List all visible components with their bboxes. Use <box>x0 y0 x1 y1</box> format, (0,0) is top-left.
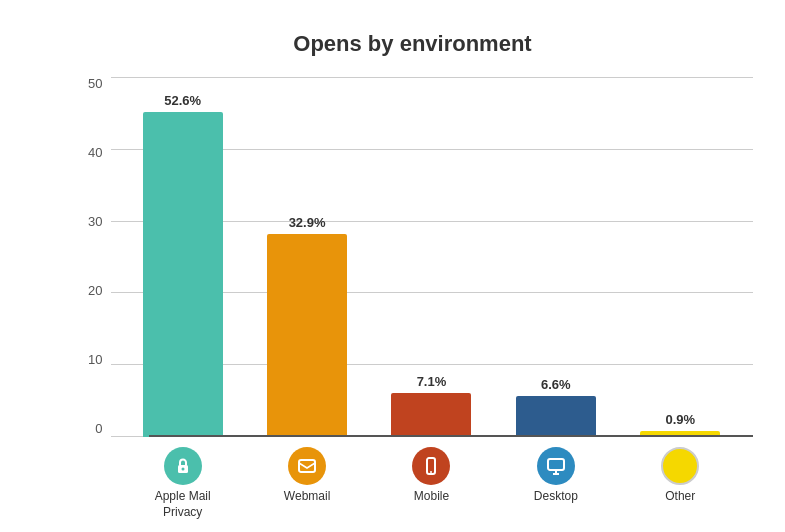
y-tick: 0 <box>73 422 103 435</box>
label-group-desktop: Desktop <box>511 447 601 520</box>
bar-value-other: 0.9% <box>665 412 695 427</box>
chart-title: Opens by environment <box>73 31 753 57</box>
label-group-mobile: Mobile <box>386 447 476 520</box>
label-text-mobile: Mobile <box>414 489 449 505</box>
label-group-webmail: Webmail <box>262 447 352 520</box>
y-tick: 50 <box>73 77 103 90</box>
grid-and-bars: 52.6%32.9%7.1%6.6%0.9% <box>111 77 753 437</box>
bar-group-other: 0.9% <box>635 412 725 437</box>
bar-group-apple-mail-privacy: 52.6% <box>138 93 228 437</box>
bar-value-desktop: 6.6% <box>541 377 571 392</box>
labels-row: Apple Mail Privacy Webmail Mobile Deskto… <box>111 437 753 520</box>
bar-webmail <box>267 234 347 437</box>
svg-rect-5 <box>548 459 564 470</box>
bar-group-mobile: 7.1% <box>386 374 476 437</box>
bar-desktop <box>516 396 596 437</box>
label-group-apple-mail-privacy: Apple Mail Privacy <box>138 447 228 520</box>
bar-value-webmail: 32.9% <box>289 215 326 230</box>
svg-point-4 <box>430 471 432 473</box>
label-group-other: Other <box>635 447 725 520</box>
label-text-other: Other <box>665 489 695 505</box>
svg-point-1 <box>181 468 184 471</box>
label-text-desktop: Desktop <box>534 489 578 505</box>
x-axis-line <box>149 435 753 437</box>
bars-row: 52.6%32.9%7.1%6.6%0.9% <box>111 77 753 437</box>
label-text-apple-mail-privacy: Apple Mail Privacy <box>138 489 228 520</box>
y-tick: 20 <box>73 284 103 297</box>
bar-group-desktop: 6.6% <box>511 377 601 437</box>
y-tick: 40 <box>73 146 103 159</box>
label-icon-other <box>661 447 699 485</box>
label-icon-desktop <box>537 447 575 485</box>
svg-rect-2 <box>299 460 315 472</box>
label-icon-apple-mail-privacy <box>164 447 202 485</box>
bar-value-mobile: 7.1% <box>417 374 447 389</box>
label-text-webmail: Webmail <box>284 489 330 505</box>
y-tick: 30 <box>73 215 103 228</box>
chart-area: 01020304050 52.6%32.9%7.1%6.6%0.9% <box>73 77 753 437</box>
bar-group-webmail: 32.9% <box>262 215 352 437</box>
bar-mobile <box>391 393 471 437</box>
label-icon-mobile <box>412 447 450 485</box>
bar-value-apple-mail-privacy: 52.6% <box>164 93 201 108</box>
y-axis: 01020304050 <box>73 77 103 437</box>
bar-apple-mail-privacy <box>143 112 223 437</box>
y-tick: 10 <box>73 353 103 366</box>
chart-container: Opens by environment 01020304050 52.6%32… <box>13 11 773 521</box>
label-icon-webmail <box>288 447 326 485</box>
